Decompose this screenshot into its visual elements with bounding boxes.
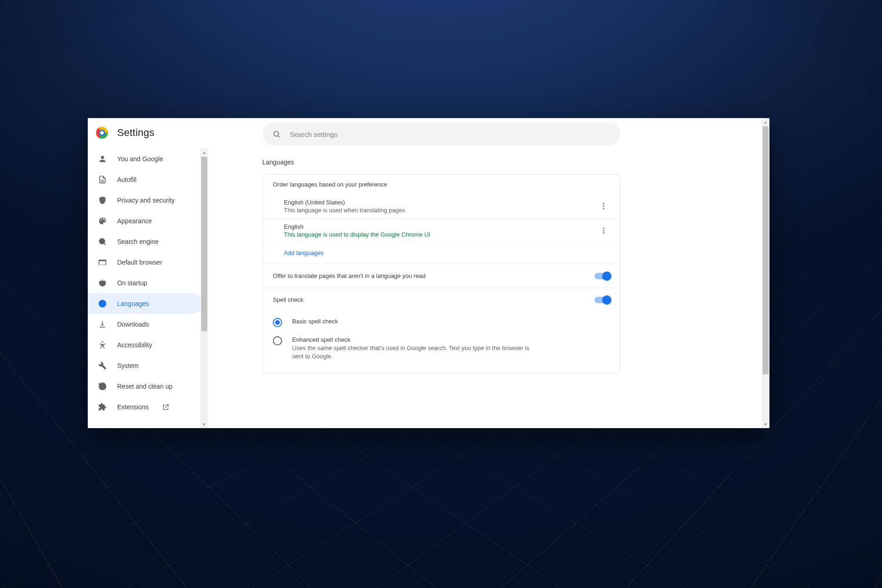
sidebar-item-label: On startup — [117, 279, 147, 287]
svg-point-3 — [102, 341, 103, 342]
search-icon — [272, 130, 281, 138]
palette-icon — [98, 216, 107, 226]
sidebar-item-label: Accessibility — [117, 341, 152, 349]
sidebar-item-label: Privacy and security — [117, 197, 175, 204]
restore-icon — [98, 382, 107, 391]
svg-point-0 — [99, 238, 105, 244]
ext-icon — [98, 402, 107, 412]
person-icon — [98, 154, 107, 164]
languages-card: Order languages based on your preference… — [262, 174, 621, 373]
browser-icon — [98, 258, 107, 267]
svg-point-8 — [603, 208, 605, 209]
sidebar-item-label: Reset and clean up — [117, 383, 173, 390]
globe-icon — [98, 299, 107, 308]
svg-point-7 — [603, 206, 605, 207]
language-row: EnglishThis language is used to display … — [263, 218, 620, 243]
language-desc: This language is used to display the Goo… — [284, 231, 597, 238]
svg-point-11 — [603, 232, 605, 234]
translate-toggle[interactable] — [594, 273, 610, 279]
sidebar-item-languages[interactable]: Languages — [88, 293, 203, 314]
sidebar: Settings You and GoogleAutofillPrivacy a… — [88, 118, 208, 428]
sidebar-item-label: Downloads — [117, 321, 149, 328]
radio-label: Basic spell check — [292, 318, 610, 325]
language-more-button[interactable] — [597, 200, 610, 213]
scroll-down-icon[interactable]: ▾ — [762, 420, 769, 428]
translate-toggle-row: Offer to translate pages that aren't in … — [263, 264, 620, 288]
shield-icon — [98, 196, 107, 205]
radio-label: Enhanced spell check — [292, 336, 610, 343]
scroll-down-icon[interactable]: ▾ — [200, 420, 208, 428]
sidebar-item-you-and-google[interactable]: You and Google — [88, 148, 203, 169]
wrench-icon — [98, 361, 107, 370]
language-row: English (United States)This language is … — [263, 194, 620, 218]
sidebar-item-autofill[interactable]: Autofill — [88, 169, 203, 190]
search-input[interactable] — [289, 130, 611, 139]
sidebar-scroll-area: You and GoogleAutofillPrivacy and securi… — [88, 147, 208, 428]
svg-point-6 — [603, 203, 605, 204]
spellcheck-option-basic-spell-check[interactable]: Basic spell check — [273, 313, 610, 332]
sidebar-item-search-engine[interactable]: Search engine — [88, 231, 203, 252]
spellcheck-toggle-label: Spell check — [273, 296, 594, 303]
download-icon — [98, 320, 107, 329]
sidebar-item-label: Autofill — [117, 176, 136, 183]
radio-desc: Uses the same spell checker that's used … — [292, 344, 531, 360]
content-area: Languages Order languages based on your … — [262, 158, 621, 373]
page-title: Settings — [117, 127, 154, 139]
svg-point-4 — [274, 131, 279, 136]
chrome-logo-icon — [96, 127, 108, 139]
language-desc: This language is used when translating p… — [284, 207, 597, 214]
autofill-icon — [98, 175, 107, 184]
chrome-settings-window: Settings You and GoogleAutofillPrivacy a… — [88, 118, 769, 428]
section-title-languages: Languages — [262, 158, 621, 166]
sidebar-item-accessibility[interactable]: Accessibility — [88, 334, 203, 355]
scrollbar-thumb[interactable] — [763, 126, 769, 374]
add-languages-button[interactable]: Add languages — [263, 243, 620, 264]
power-icon — [98, 278, 107, 288]
scrollbar-thumb[interactable] — [201, 157, 207, 331]
spellcheck-option-enhanced-spell-check[interactable]: Enhanced spell checkUses the same spell … — [273, 332, 610, 365]
sidebar-item-extensions[interactable]: Extensions — [88, 396, 203, 417]
scroll-up-icon[interactable]: ▴ — [762, 118, 769, 126]
desktop-background: Settings You and GoogleAutofillPrivacy a… — [0, 0, 882, 588]
search-settings[interactable] — [262, 123, 621, 146]
radio-icon[interactable] — [273, 318, 282, 327]
sidebar-scrollbar[interactable]: ▴ ▾ — [200, 148, 208, 428]
scroll-up-icon[interactable]: ▴ — [200, 148, 208, 156]
svg-line-1 — [104, 243, 106, 245]
open-external-icon — [162, 403, 170, 411]
sidebar-item-label: Search engine — [117, 238, 158, 245]
sidebar-item-downloads[interactable]: Downloads — [88, 314, 203, 334]
sidebar-item-label: Languages — [117, 300, 149, 307]
sidebar-item-privacy-and-security[interactable]: Privacy and security — [88, 190, 203, 210]
svg-point-9 — [603, 227, 605, 229]
a11y-icon — [98, 340, 107, 350]
language-text: English (United States)This language is … — [284, 199, 597, 214]
language-name: English — [284, 223, 597, 230]
search-icon — [98, 237, 107, 246]
sidebar-item-label: You and Google — [117, 155, 163, 163]
sidebar-item-default-browser[interactable]: Default browser — [88, 252, 203, 272]
spellcheck-options: Basic spell checkEnhanced spell checkUse… — [263, 311, 620, 373]
svg-line-5 — [278, 136, 279, 137]
order-languages-header: Order languages based on your preference — [263, 175, 620, 194]
main-scrollbar[interactable]: ▴ ▾ — [762, 118, 769, 428]
sidebar-item-label: Appearance — [117, 217, 152, 225]
sidebar-item-appearance[interactable]: Appearance — [88, 210, 203, 231]
sidebar-item-on-startup[interactable]: On startup — [88, 272, 203, 293]
translate-toggle-label: Offer to translate pages that aren't in … — [273, 272, 594, 279]
language-more-button[interactable] — [597, 224, 610, 237]
sidebar-header: Settings — [88, 118, 208, 147]
sidebar-item-label: System — [117, 362, 139, 369]
language-name: English (United States) — [284, 199, 597, 206]
language-text: EnglishThis language is used to display … — [284, 223, 597, 238]
sidebar-item-system[interactable]: System — [88, 355, 203, 376]
main-panel: Languages Order languages based on your … — [208, 118, 769, 428]
sidebar-item-label: Default browser — [117, 259, 162, 266]
spellcheck-toggle[interactable] — [594, 297, 610, 303]
spellcheck-toggle-row: Spell check — [263, 288, 620, 311]
svg-point-10 — [603, 230, 605, 232]
sidebar-item-reset-and-clean-up[interactable]: Reset and clean up — [88, 376, 203, 396]
radio-icon[interactable] — [273, 336, 282, 345]
sidebar-item-label: Extensions — [117, 403, 148, 411]
